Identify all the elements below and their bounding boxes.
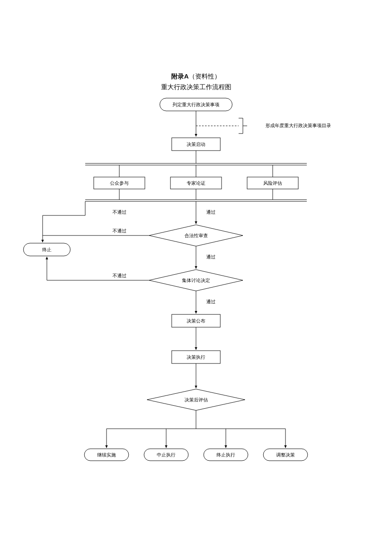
node-public-label: 公众参与 bbox=[110, 180, 129, 186]
node-collective-label: 集体讨论决定 bbox=[182, 278, 210, 283]
node-legal-review: 合法性审查 bbox=[149, 225, 243, 246]
node-stop: 终止执行 bbox=[204, 449, 248, 461]
node-adjust: 调整决策 bbox=[263, 449, 308, 461]
node-initiate-label: 决策启动 bbox=[187, 142, 205, 147]
edge-collective-fail-label: 不通过 bbox=[112, 273, 127, 278]
node-continue: 继续实施 bbox=[84, 449, 129, 461]
page-titles: 附录A（资料性） 重大行政决策工作流程图 bbox=[0, 73, 392, 91]
node-risk-label: 风险评估 bbox=[263, 180, 282, 186]
node-public: 公众参与 bbox=[94, 177, 145, 189]
flowchart-svg: 列定重大行政决策事项 形成年度重大行政决策事项目录 决策启动 公众参与 bbox=[0, 92, 392, 488]
node-risk: 风险评估 bbox=[247, 177, 298, 189]
appendix-prefix: 附录A bbox=[171, 73, 189, 80]
node-initiate: 决策启动 bbox=[172, 138, 220, 151]
node-start-label: 列定重大行政决策事项 bbox=[173, 102, 219, 107]
node-continue-label: 继续实施 bbox=[97, 452, 116, 457]
edge-collective-pass-label: 通过 bbox=[206, 299, 216, 304]
edge-rail-pass-label: 通过 bbox=[206, 209, 216, 215]
node-stop-label: 终止执行 bbox=[216, 452, 235, 457]
node-publish-label: 决策公布 bbox=[187, 318, 205, 323]
node-posteval-label: 决策后评估 bbox=[184, 397, 208, 402]
edge-rail-fail-label: 不通过 bbox=[112, 209, 127, 215]
node-expert: 专家论证 bbox=[170, 177, 222, 189]
node-publish: 决策公布 bbox=[172, 314, 220, 327]
node-execute-label: 决策执行 bbox=[187, 355, 205, 360]
flowchart-title: 重大行政决策工作流程图 bbox=[0, 83, 392, 91]
node-adjust-label: 调整决策 bbox=[276, 452, 295, 457]
annotation-catalog-label: 形成年度重大行政决策事项目录 bbox=[265, 123, 331, 128]
edge-legal-pass-label: 通过 bbox=[206, 254, 216, 259]
node-pause: 中止执行 bbox=[144, 449, 188, 461]
edge-legal-fail-label: 不通过 bbox=[112, 228, 127, 233]
appendix-suffix: （资料性） bbox=[189, 73, 221, 80]
flowchart-page: 附录A（资料性） 重大行政决策工作流程图 列定重大行政决策事项 形成年度重大行政… bbox=[0, 0, 392, 555]
node-execute: 决策执行 bbox=[172, 351, 220, 363]
annotation-catalog: 形成年度重大行政决策事项目录 bbox=[196, 118, 331, 134]
node-start: 列定重大行政决策事项 bbox=[160, 98, 232, 111]
node-pause-label: 中止执行 bbox=[157, 452, 176, 457]
node-terminate: 终止 bbox=[23, 243, 70, 256]
node-expert-label: 专家论证 bbox=[187, 180, 205, 186]
node-terminate-label: 终止 bbox=[42, 247, 52, 252]
node-collective: 集体讨论决定 bbox=[149, 270, 243, 291]
node-legal-review-label: 合法性审查 bbox=[184, 233, 208, 238]
appendix-line: 附录A（资料性） bbox=[0, 73, 392, 81]
node-posteval: 决策后评估 bbox=[147, 389, 245, 410]
